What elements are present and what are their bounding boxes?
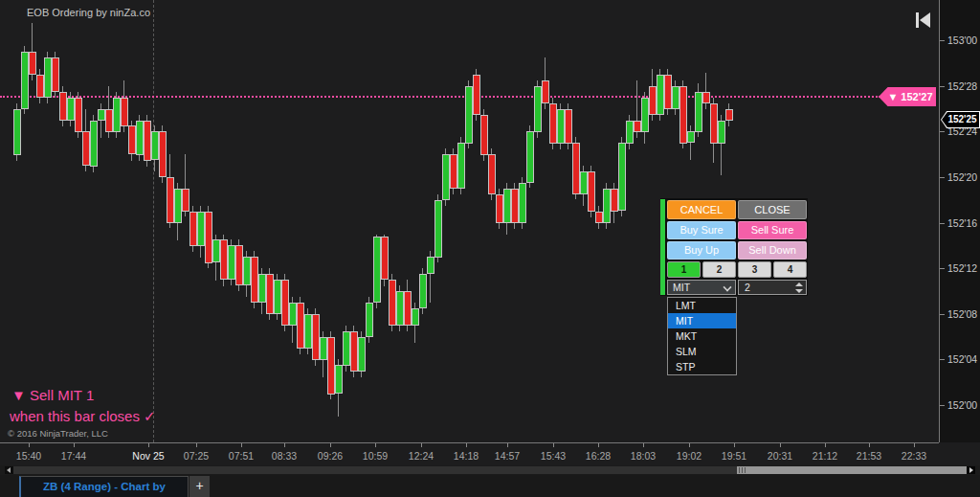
candle-body	[549, 103, 557, 144]
close-position-button[interactable]: CLOSE	[738, 200, 807, 219]
candle-body	[695, 92, 702, 132]
scrollbar-track[interactable]	[13, 466, 966, 474]
time-axis-label: 19:02	[668, 450, 710, 462]
candle-body	[21, 52, 29, 109]
new-tab-button[interactable]: +	[189, 476, 210, 497]
quantity-stepper[interactable]	[795, 282, 803, 293]
candle-body	[718, 121, 725, 144]
candle-body	[557, 109, 565, 144]
scrollbar-thumb[interactable]	[737, 466, 967, 474]
tab-bar: ZB (4 Range) - Chart by ninZa.co +	[0, 475, 980, 497]
time-axis-tick	[553, 443, 554, 447]
candle-body	[595, 212, 603, 223]
time-axis-label: Nov 25	[127, 450, 169, 462]
quantity-preset-4-button[interactable]: 4	[773, 261, 807, 278]
price-axis[interactable]: 152'25 153'00152'28152'24152'20152'16152…	[939, 0, 980, 442]
candle-body	[419, 274, 427, 308]
quantity-value: 2	[745, 282, 750, 293]
price-axis-tick	[940, 314, 945, 315]
time-axis-tick	[196, 443, 197, 447]
scrollbar-right-arrow[interactable]	[967, 466, 975, 474]
dropdown-option-lmt[interactable]: LMT	[668, 298, 736, 313]
time-axis-label: 17:44	[53, 450, 95, 462]
sell-signal-price-flag: ▼ 152'27	[879, 87, 936, 106]
dropdown-option-slm[interactable]: SLM	[668, 344, 736, 359]
candle-body	[710, 103, 718, 144]
time-axis-tick	[421, 443, 422, 447]
candle-body	[542, 80, 549, 103]
candle-body	[182, 189, 189, 212]
time-axis-label: 15:43	[532, 450, 574, 462]
tab-zb-chart[interactable]: ZB (4 Range) - Chart by ninZa.co	[19, 476, 189, 497]
candle-body	[289, 303, 297, 326]
candle-body	[235, 245, 243, 285]
candle-body	[389, 280, 396, 326]
candle-body	[672, 86, 679, 109]
candle-body	[511, 189, 519, 223]
candle-body	[98, 109, 105, 121]
buy-sure-button[interactable]: Buy Sure	[667, 221, 736, 239]
time-axis-tick	[29, 443, 30, 447]
candle-body	[197, 212, 205, 246]
dropdown-option-mkt[interactable]: MKT	[668, 328, 736, 344]
quantity-preset-3-button[interactable]: 3	[738, 261, 771, 278]
dropdown-option-mit[interactable]: MIT	[668, 313, 736, 328]
candle-body	[13, 109, 21, 155]
current-price-marker: 152'25	[941, 111, 980, 128]
time-axis-label: 20:31	[759, 450, 801, 462]
candle-body	[159, 131, 167, 177]
candle-body	[220, 239, 228, 280]
candle-body	[588, 171, 595, 212]
stepper-up-icon	[795, 282, 803, 286]
time-axis-tick	[643, 443, 644, 447]
candle-body	[450, 154, 457, 189]
candle-body	[75, 98, 82, 132]
buy-up-button[interactable]: Buy Up	[667, 241, 736, 260]
candle-body	[496, 194, 503, 223]
time-axis-label: 15:40	[8, 450, 50, 462]
candle-body	[457, 143, 465, 189]
candle-body	[404, 291, 412, 326]
price-axis-tick	[940, 177, 945, 178]
price-axis-label: 152'04	[947, 353, 977, 365]
candle-body	[297, 303, 304, 349]
sell-sure-button[interactable]: Sell Sure	[738, 221, 807, 239]
order-type-dropdown-list: LMT MIT MKT SLM STP	[667, 297, 737, 375]
price-axis-tick	[940, 223, 945, 224]
scrollbar-left-arrow[interactable]	[5, 466, 13, 474]
candle-body	[373, 237, 381, 303]
order-type-select[interactable]: MIT	[667, 280, 736, 295]
candle-wick	[705, 73, 706, 109]
time-axis-tick	[375, 443, 376, 447]
price-axis-tick	[940, 268, 945, 269]
time-axis-tick	[689, 443, 690, 447]
candle-body	[396, 291, 404, 326]
cancel-orders-button[interactable]: CANCEL	[667, 200, 736, 219]
time-axis[interactable]: 15:4017:44Nov 2507:2507:5108:3309:2610:5…	[0, 442, 939, 464]
jump-bar-glyph	[916, 12, 919, 28]
candle-body	[128, 125, 136, 154]
time-axis-label: 19:51	[713, 450, 755, 462]
price-axis-tick	[940, 131, 945, 132]
dropdown-option-stp[interactable]: STP	[668, 359, 736, 374]
candle-body	[687, 131, 695, 143]
candle-body	[136, 121, 144, 155]
time-axis-tick	[507, 443, 508, 447]
quantity-preset-1-button[interactable]: 1	[667, 261, 701, 278]
candle-body	[664, 75, 672, 109]
candle-body	[350, 331, 358, 372]
price-axis-label: 152'20	[947, 171, 977, 183]
time-axis-label: 10:59	[354, 450, 396, 462]
sell-signal-text: ▼ Sell MIT 1	[11, 387, 94, 403]
time-axis-tick	[780, 443, 781, 447]
quantity-input[interactable]: 2	[738, 280, 807, 295]
candle-body	[335, 365, 343, 394]
candle-body	[465, 86, 473, 144]
sell-down-button[interactable]: Sell Down	[738, 241, 807, 260]
candle-body	[67, 98, 75, 121]
quantity-preset-2-button[interactable]: 2	[702, 261, 736, 278]
candle-body	[167, 177, 174, 223]
time-axis-tick	[241, 443, 242, 447]
go-to-first-bar-icon[interactable]	[915, 11, 932, 29]
candle-body	[121, 98, 128, 126]
